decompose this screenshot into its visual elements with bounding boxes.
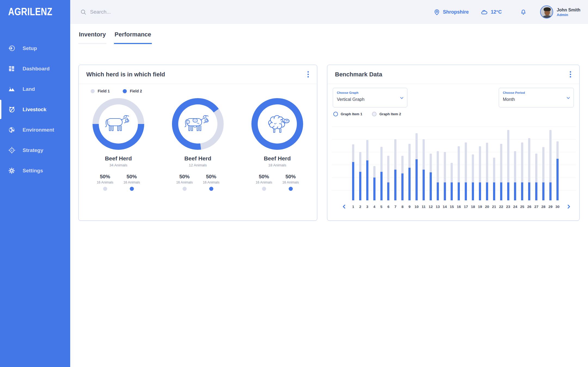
field2-stat: 50% 16 Animals bbox=[199, 174, 224, 191]
radio-circle-unselected bbox=[372, 112, 377, 116]
x-tick-label: 10 bbox=[415, 205, 418, 209]
location-label: Shropshire bbox=[443, 9, 469, 15]
dairy-cow-icon bbox=[181, 112, 215, 136]
x-tick-label: 1 bbox=[352, 205, 354, 209]
dashboard-grid-icon bbox=[8, 65, 16, 72]
benchmark-card-menu-button[interactable] bbox=[569, 70, 572, 79]
x-tick-label: 15 bbox=[451, 205, 453, 209]
stacked-bar bbox=[415, 133, 418, 200]
stat-count: 16 Animals bbox=[119, 181, 144, 184]
stat-count: 16 Animals bbox=[93, 181, 118, 184]
bar-chart bbox=[352, 124, 559, 200]
stacked-bar bbox=[437, 151, 439, 200]
stacked-bar bbox=[366, 140, 368, 200]
brand-logo: AGRILENZ bbox=[8, 5, 52, 18]
field1-dot[interactable] bbox=[103, 187, 107, 191]
stat-percent: 50% bbox=[172, 174, 197, 180]
next-page-button[interactable] bbox=[566, 204, 571, 209]
stacked-bar bbox=[408, 144, 411, 200]
choose-period-select[interactable]: Choose Period Month bbox=[499, 88, 574, 107]
herd-column-3: Beef Herd 18 Animals 50% 16 Animals 50% … bbox=[238, 98, 317, 191]
field2-stat: 50% 16 Animals bbox=[119, 174, 144, 191]
sidebar: AGRILENZ Setup Dashboard Land bbox=[0, 0, 70, 367]
graph-item-1-radio[interactable]: Graph Item 1 bbox=[333, 112, 362, 116]
choose-graph-select[interactable]: Choose Graph Vertical Graph bbox=[333, 88, 407, 107]
herd-name: Beef Herd bbox=[264, 155, 291, 162]
stacked-bar bbox=[451, 163, 453, 200]
sidebar-item-environment[interactable]: Environment bbox=[0, 120, 70, 140]
field1-dot[interactable] bbox=[262, 187, 266, 191]
herd-donut-chart bbox=[93, 98, 144, 150]
x-tick-label: 2 bbox=[359, 205, 361, 209]
active-item-indicator bbox=[0, 100, 1, 119]
select-label: Choose Graph bbox=[337, 91, 358, 94]
benchmark-card: Benchmark Data Choose Graph Vertical Gra… bbox=[327, 65, 580, 221]
prev-page-button[interactable] bbox=[342, 204, 347, 209]
user-menu[interactable]: John Smith Admin bbox=[540, 5, 580, 18]
graph-item-2-radio[interactable]: Graph Item 2 bbox=[372, 112, 401, 116]
stacked-bar bbox=[479, 146, 481, 200]
herd-stats: 50% 16 Animals 50% 16 Animals bbox=[172, 174, 224, 191]
mountains-icon bbox=[8, 85, 16, 93]
field2-dot[interactable] bbox=[289, 187, 293, 191]
x-tick-label: 30 bbox=[556, 205, 559, 209]
chevron-left-icon bbox=[342, 204, 347, 209]
legend-label: Field 1 bbox=[98, 89, 110, 93]
stat-count: 16 Animals bbox=[172, 181, 197, 184]
stacked-bar bbox=[507, 130, 509, 200]
x-tick-label: 19 bbox=[479, 205, 481, 209]
x-tick-label: 8 bbox=[401, 205, 404, 209]
legend-field-2: Field 2 bbox=[123, 89, 142, 93]
radio-label: Graph Item 1 bbox=[341, 112, 362, 116]
x-tick-label: 21 bbox=[493, 205, 495, 209]
bell-icon bbox=[520, 8, 527, 16]
sidebar-item-label: Environment bbox=[23, 127, 54, 133]
x-tick-label: 20 bbox=[486, 205, 488, 209]
weather-indicator: 12°C bbox=[481, 8, 502, 16]
radio-circle-selected bbox=[333, 112, 338, 116]
legend-label: Field 2 bbox=[130, 89, 142, 93]
radio-label: Graph Item 2 bbox=[379, 112, 401, 116]
stacked-bar bbox=[528, 138, 530, 200]
tab-performance[interactable]: Performance bbox=[114, 31, 152, 44]
stacked-bar bbox=[380, 147, 383, 200]
notifications-button[interactable] bbox=[520, 8, 527, 16]
stacked-bar bbox=[465, 142, 467, 200]
select-value: Vertical Graph bbox=[337, 97, 364, 102]
tab-inventory[interactable]: Inventory bbox=[78, 31, 106, 44]
cloud-icon bbox=[481, 8, 488, 16]
stacked-bar bbox=[500, 144, 502, 200]
sidebar-item-land[interactable]: Land bbox=[0, 79, 70, 99]
field2-dot[interactable] bbox=[209, 187, 213, 191]
stacked-bar bbox=[444, 152, 446, 200]
sidebar-item-strategy[interactable]: Strategy bbox=[0, 140, 70, 160]
search-input[interactable] bbox=[90, 9, 226, 15]
sidebar-item-label: Land bbox=[23, 86, 35, 92]
page-tabs: Inventory Performance bbox=[78, 31, 152, 44]
sidebar-item-settings[interactable]: Settings bbox=[0, 160, 70, 181]
legend-field-1: Field 1 bbox=[91, 89, 110, 93]
stacked-bar bbox=[493, 158, 495, 200]
herd-count: 12 Animals bbox=[189, 163, 207, 167]
sidebar-item-dashboard[interactable]: Dashboard bbox=[0, 58, 70, 79]
stat-percent: 50% bbox=[119, 174, 144, 180]
sidebar-item-livestock[interactable]: Livestock bbox=[0, 99, 70, 120]
herd-card-title: Which herd is in which field bbox=[86, 71, 165, 78]
select-label: Choose Period bbox=[503, 91, 525, 94]
x-tick-label: 13 bbox=[437, 205, 439, 209]
location-indicator: Shropshire bbox=[433, 9, 469, 15]
field1-dot[interactable] bbox=[183, 187, 187, 191]
x-tick-label: 17 bbox=[465, 205, 467, 209]
field-legend: Field 1 Field 2 bbox=[91, 89, 317, 93]
x-tick-label: 4 bbox=[373, 205, 375, 209]
animal-head-icon bbox=[8, 106, 16, 113]
herd-card-menu-button[interactable] bbox=[306, 70, 310, 79]
herd-stats: 50% 16 Animals 50% 16 Animals bbox=[93, 174, 144, 191]
field2-dot[interactable] bbox=[130, 187, 134, 191]
x-tick-label: 23 bbox=[507, 205, 509, 209]
herd-columns: Beef Herd 34 Animals 50% 16 Animals 50% … bbox=[79, 98, 317, 191]
x-tick-label: 24 bbox=[514, 205, 516, 209]
sidebar-item-setup[interactable]: Setup bbox=[0, 38, 70, 58]
herd-donut-chart bbox=[251, 98, 303, 150]
legend-dot bbox=[123, 89, 127, 93]
